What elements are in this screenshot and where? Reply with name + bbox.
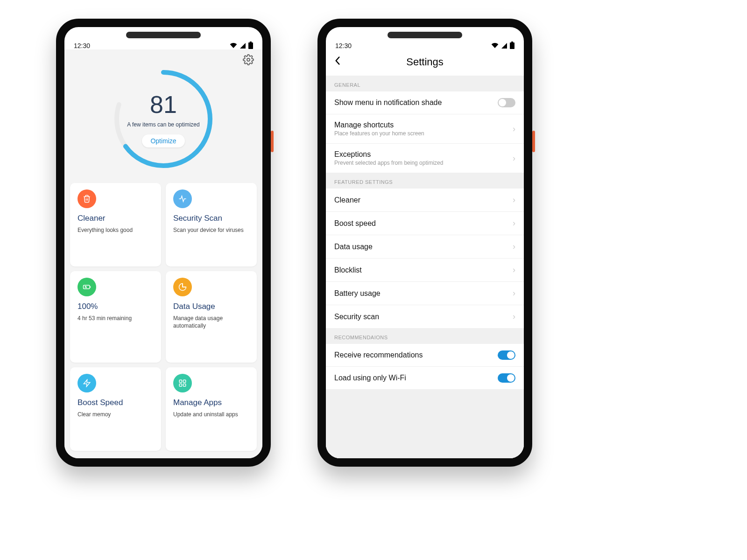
- row-title: Exceptions: [334, 150, 443, 159]
- svg-rect-7: [183, 380, 186, 382]
- row-title: Cleaner: [334, 196, 360, 204]
- signal-icon: [501, 43, 507, 49]
- wifi-icon: [491, 42, 499, 49]
- card-subtitle: Everything looks good: [78, 227, 154, 234]
- section-featured-label: FEATURED SETTINGS: [326, 173, 524, 189]
- feature-card-data-usage[interactable]: Data Usage Manage data usage automatical…: [166, 271, 257, 362]
- row-title: Blocklist: [334, 266, 362, 274]
- phone-home: 12:30: [56, 19, 271, 467]
- gear-icon[interactable]: [243, 54, 254, 65]
- card-subtitle: Manage data usage automatically: [173, 315, 249, 329]
- settings-row-cleaner[interactable]: Cleaner›: [326, 189, 524, 212]
- card-title: Security Scan: [173, 214, 249, 223]
- feature-card-boost-speed[interactable]: Boost Speed Clear memoy: [70, 367, 161, 451]
- settings-row-boost-speed[interactable]: Boost speed›: [326, 212, 524, 235]
- settings-row-battery-usage[interactable]: Battery usage›: [326, 282, 524, 305]
- row-title: Boost speed: [334, 219, 376, 228]
- card-title: Manage Apps: [173, 398, 249, 407]
- svg-rect-9: [183, 384, 186, 386]
- toggle[interactable]: [498, 350, 515, 360]
- status-time: 12:30: [335, 42, 352, 49]
- settings-row-data-usage[interactable]: Data usage›: [326, 235, 524, 259]
- pulse-icon: [173, 189, 192, 208]
- chevron-right-icon: ›: [513, 265, 515, 275]
- optimize-button[interactable]: Optimize: [142, 134, 184, 147]
- row-title: Show menu in notification shade: [334, 98, 442, 107]
- feature-card-security-scan[interactable]: Security Scan Scan your device for virus…: [166, 183, 257, 266]
- card-subtitle: Clear memoy: [78, 411, 154, 419]
- feature-card-100-[interactable]: 100% 4 hr 53 min remaining: [70, 271, 161, 362]
- score-value: 81: [150, 91, 177, 119]
- settings-row-show-menu-in-notification-shade[interactable]: Show menu in notification shade: [326, 91, 524, 114]
- settings-row-receive-recommendations[interactable]: Receive recommendations: [326, 344, 524, 367]
- charge-icon: [78, 278, 96, 296]
- card-title: Cleaner: [78, 214, 154, 223]
- status-bar: 12:30: [64, 27, 262, 49]
- score-message: A few items can be optimized: [127, 121, 199, 128]
- chevron-right-icon: ›: [513, 242, 515, 252]
- settings-row-blocklist[interactable]: Blocklist›: [326, 259, 524, 282]
- score-gauge: 81 A few items can be optimized Optimize: [110, 65, 217, 173]
- phone-settings: 12:30 Settings GENERAL Show menu in noti…: [317, 19, 532, 467]
- toggle[interactable]: [498, 373, 515, 383]
- status-icons: [230, 42, 253, 49]
- status-time: 12:30: [74, 42, 90, 49]
- wifi-icon: [230, 42, 237, 49]
- status-icons: [491, 42, 514, 49]
- svg-point-0: [247, 58, 250, 61]
- row-title: Receive recommendations: [334, 351, 423, 359]
- settings-row-manage-shortcuts[interactable]: Manage shortcutsPlace features on your h…: [326, 114, 524, 144]
- section-general-label: GENERAL: [326, 76, 524, 91]
- pie-icon: [173, 278, 192, 296]
- row-subtitle: Place features on your home screen: [334, 130, 424, 137]
- battery-icon: [510, 42, 514, 49]
- settings-row-security-scan[interactable]: Security scan›: [326, 305, 524, 328]
- signal-icon: [240, 43, 246, 49]
- chevron-right-icon: ›: [513, 312, 515, 322]
- svg-rect-6: [179, 380, 182, 382]
- settings-row-exceptions[interactable]: ExceptionsPrevent selected apps from bei…: [326, 144, 524, 173]
- card-subtitle: Update and uninstall apps: [173, 411, 249, 419]
- bolt-icon: [78, 374, 96, 392]
- row-title: Load using only Wi-Fi: [334, 374, 406, 382]
- toggle[interactable]: [498, 98, 515, 107]
- page-title: Settings: [406, 56, 444, 68]
- row-title: Battery usage: [334, 289, 381, 298]
- card-subtitle: Scan your device for viruses: [173, 227, 249, 234]
- card-title: Boost Speed: [78, 398, 154, 407]
- card-subtitle: 4 hr 53 min remaining: [78, 315, 154, 322]
- card-title: Data Usage: [173, 302, 249, 311]
- battery-icon: [248, 42, 253, 49]
- svg-rect-8: [179, 384, 182, 386]
- chevron-right-icon: ›: [513, 154, 515, 163]
- chevron-right-icon: ›: [513, 288, 515, 298]
- grid-icon: [173, 374, 192, 392]
- feature-card-manage-apps[interactable]: Manage Apps Update and uninstall apps: [166, 367, 257, 451]
- card-title: 100%: [78, 302, 154, 311]
- row-title: Manage shortcuts: [334, 121, 424, 129]
- chevron-right-icon: ›: [513, 218, 515, 228]
- row-title: Security scan: [334, 313, 379, 321]
- settings-header: Settings: [326, 49, 524, 76]
- back-icon[interactable]: [334, 56, 341, 68]
- row-title: Data usage: [334, 243, 373, 251]
- section-reco-label: RECOMMENDAIONS: [326, 328, 524, 344]
- trash-icon: [78, 189, 96, 208]
- chevron-right-icon: ›: [513, 124, 515, 134]
- chevron-right-icon: ›: [513, 195, 515, 205]
- row-subtitle: Prevent selected apps from being optimiz…: [334, 160, 443, 166]
- svg-marker-5: [84, 379, 90, 386]
- settings-row-load-using-only-wi-fi[interactable]: Load using only Wi-Fi: [326, 367, 524, 389]
- status-bar: 12:30: [326, 27, 524, 49]
- feature-card-cleaner[interactable]: Cleaner Everything looks good: [70, 183, 161, 266]
